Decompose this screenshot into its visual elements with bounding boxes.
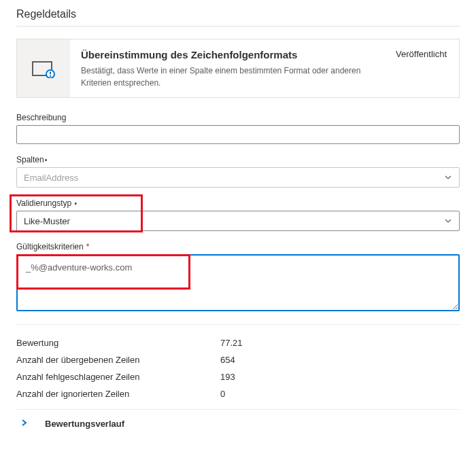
validation-type-select[interactable]: Like-Muster — [16, 211, 460, 231]
columns-field: Spalten EmailAddress — [16, 155, 460, 188]
svg-rect-3 — [50, 75, 51, 77]
validation-type-field: Validierungstyp Like-Muster — [16, 198, 460, 231]
metric-label: Bewertung — [16, 338, 220, 348]
metric-label: Anzahl der ignorierten Zeilen — [16, 389, 220, 399]
validation-type-label: Validierungstyp — [16, 198, 460, 208]
metric-label: Anzahl der übergebenen Zeilen — [16, 355, 220, 365]
criteria-label: Gültigkeitskriterien* — [16, 242, 460, 251]
svg-rect-2 — [50, 71, 51, 74]
description-input[interactable] — [16, 125, 460, 144]
metric-value: 654 — [220, 355, 235, 365]
metric-row-failed: Anzahl fehlgeschlagener Zeilen 193 — [16, 368, 460, 385]
metric-value: 77.21 — [220, 338, 243, 348]
metric-label: Anzahl fehlgeschlagener Zeilen — [16, 372, 220, 382]
history-label: Bewertungsverlauf — [45, 419, 124, 429]
history-toggle[interactable]: Bewertungsverlauf — [16, 410, 460, 431]
metric-row-ignored: Anzahl der ignorierten Zeilen 0 — [16, 385, 460, 402]
rule-info-card: Übereinstimmung des Zeichenfolgenformats… — [16, 39, 460, 98]
criteria-textarea[interactable] — [16, 254, 460, 311]
description-field: Beschreibung — [16, 113, 460, 144]
string-format-icon — [17, 39, 70, 97]
metric-value: 193 — [220, 372, 235, 382]
metric-row-score: Bewertung 77.21 — [16, 334, 460, 351]
chevron-down-icon — [444, 217, 452, 225]
criteria-field: Gültigkeitskriterien* — [16, 242, 460, 313]
metric-value: 0 — [220, 389, 225, 399]
chevron-down-icon — [444, 173, 452, 181]
metrics-section: Bewertung 77.21 Anzahl der übergebenen Z… — [16, 324, 460, 410]
validation-type-value: Like-Muster — [24, 216, 70, 226]
chevron-right-icon — [19, 418, 29, 430]
publish-status: Veröffentlicht — [396, 39, 459, 97]
metric-row-passed: Anzahl der übergebenen Zeilen 654 — [16, 351, 460, 368]
description-label: Beschreibung — [16, 113, 460, 122]
card-description: Bestätigt, dass Werte in einer Spalte ei… — [81, 65, 380, 89]
columns-label: Spalten — [16, 155, 460, 164]
card-title: Übereinstimmung des Zeichenfolgenformats — [81, 49, 385, 60]
columns-value: EmailAddress — [24, 173, 78, 183]
section-title: Regeldetails — [16, 8, 460, 27]
columns-select: EmailAddress — [16, 167, 460, 188]
